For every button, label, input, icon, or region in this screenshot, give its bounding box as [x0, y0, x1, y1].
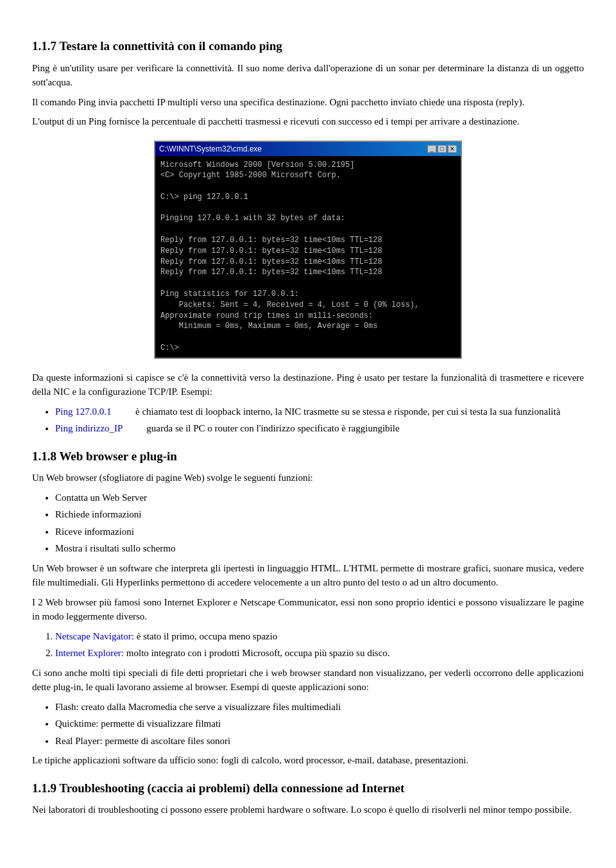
browser-netscape: Netscape Navigator: è stato il primo, oc…: [55, 629, 584, 644]
cmd-window: C:\WINNT\System32\cmd.exe _ □ ✕ Microsof…: [154, 141, 462, 359]
cmd-buttons: _ □ ✕: [427, 145, 457, 153]
browser-para4: Le tipiche applicazioni software da uffi…: [32, 753, 584, 768]
section-heading-ping: 1.1.7 Testare la connettività con il com…: [32, 37, 584, 56]
browser-func-4: Mostra i risultati sullo schermo: [55, 541, 584, 556]
browser-examples-list: Netscape Navigator: è stato il primo, oc…: [55, 629, 584, 661]
ping-para1: Ping è un'utility usare per verificare l…: [32, 61, 584, 90]
plugin-flash: Flash: creato dalla Macromedia che serve…: [55, 700, 584, 715]
plugin-quicktime: Quicktime: permette di visualizzare film…: [55, 716, 584, 731]
ping-examples-list: Ping 127.0.0.1 è chiamato test di loopba…: [55, 404, 584, 436]
netscape-label: Netscape Navigator:: [55, 631, 134, 641]
browser-func-2: Richiede informazioni: [55, 507, 584, 522]
ie-label: Internet Explorer:: [55, 648, 124, 658]
browser-para2: I 2 Web browser più famosi sono Internet…: [32, 595, 584, 624]
browser-func-1: Contatta un Web Server: [55, 490, 584, 505]
cmd-maximize-btn[interactable]: □: [438, 145, 447, 153]
browser-intro: Un Web browser (sfogliatore di pagine We…: [32, 471, 584, 485]
cmd-titlebar: C:\WINNT\System32\cmd.exe _ □ ✕: [155, 142, 461, 156]
browser-para1: Un Web browser è un software che interpr…: [32, 561, 584, 590]
cmd-close-btn[interactable]: ✕: [448, 145, 457, 153]
ie-text: molto integrato con i prodotti Microsoft…: [126, 648, 390, 658]
ping-para2: Il comando Ping invia pacchetti IP multi…: [32, 95, 584, 110]
cmd-body: Microsoft Windows 2000 [Version 5.00.219…: [155, 156, 461, 358]
ping-ip-label: Ping indirizzo_IP: [55, 423, 123, 433]
plugin-realplayer: Real Player: permette di ascoltare files…: [55, 734, 584, 749]
ping-example-loopback: Ping 127.0.0.1 è chiamato test di loopba…: [55, 404, 584, 419]
browser-functions-list: Contatta un Web Server Richiede informaz…: [55, 490, 584, 556]
browser-para3: Ci sono anche molti tipi speciali di fil…: [32, 666, 584, 695]
browser-func-3: Riceve informazioni: [55, 525, 584, 539]
netscape-text: è stato il primo, occupa meno spazio: [137, 631, 278, 641]
ping-loopback-label: Ping 127.0.0.1: [55, 406, 112, 417]
section-heading-browser: 1.1.8 Web browser e plug-in: [32, 447, 584, 466]
browser-ie: Internet Explorer: molto integrato con i…: [55, 646, 584, 661]
plugins-list: Flash: creato dalla Macromedia che serve…: [55, 700, 584, 749]
troubleshooting-para1: Nei laboratori di troubleshooting ci pos…: [32, 803, 584, 817]
ping-loopback-text: è chiamato test di loopback interno, la …: [135, 406, 560, 417]
ping-example-ip: Ping indirizzo_IP guarda se il PC o rout…: [55, 421, 584, 436]
cmd-title: C:\WINNT\System32\cmd.exe: [159, 143, 262, 155]
ping-ip-text: guarda se il PC o router con l'indirizzo…: [146, 423, 399, 433]
ping-para4: Da queste informazioni si capisce se c'è…: [32, 370, 584, 399]
section-heading-troubleshooting: 1.1.9 Troubleshooting (caccia ai problem…: [32, 779, 584, 798]
ping-para3: L'output di un Ping fornisce la percentu…: [32, 114, 584, 129]
cmd-minimize-btn[interactable]: _: [427, 145, 436, 153]
